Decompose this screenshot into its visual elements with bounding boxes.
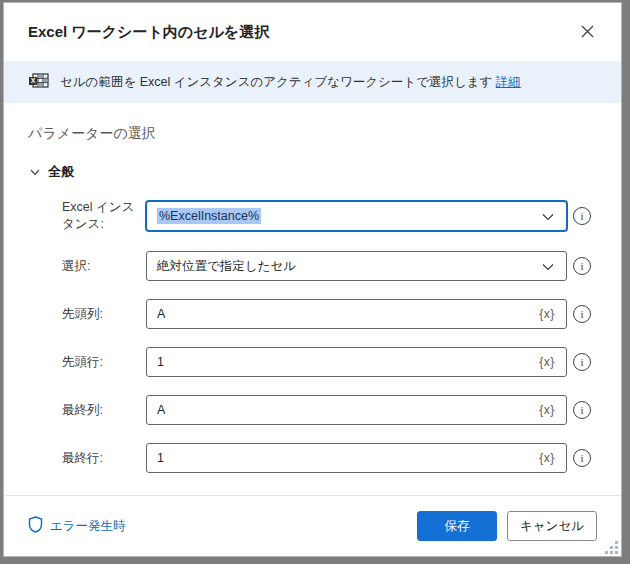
input-value: A <box>157 307 165 321</box>
dialog-footer: エラー発生時 保存 キャンセル <box>4 495 621 556</box>
variable-picker-button[interactable]: {x} <box>530 446 564 470</box>
info-button[interactable]: i <box>567 305 597 323</box>
field-label: Excel インスタンス: <box>62 199 146 233</box>
field-label: 先頭行: <box>62 354 146 371</box>
group-general-label: 全般 <box>48 163 74 181</box>
excel-instance-dropdown[interactable]: %ExcelInstance% <box>146 201 567 231</box>
field-label: 選択: <box>62 258 146 275</box>
info-icon: i <box>573 207 591 225</box>
variable-picker-button[interactable]: {x} <box>530 398 564 422</box>
excel-select-cells-icon: X <box>28 71 50 94</box>
info-button[interactable]: i <box>567 449 597 467</box>
shield-icon <box>28 516 43 536</box>
dropdown-selected-value: %ExcelInstance% <box>157 208 261 224</box>
field-row-excel-instance: Excel インスタンス: %ExcelInstance% i <box>28 199 597 233</box>
field-row-start-column: 先頭列: A {x} i <box>28 299 597 329</box>
section-heading: パラメーターの選択 <box>28 125 597 143</box>
info-icon: i <box>573 449 591 467</box>
dialog-title: Excel ワークシート内のセルを選択 <box>28 23 269 42</box>
parameters-section: パラメーターの選択 全般 Excel インスタンス: %ExcelInstanc… <box>4 103 621 473</box>
cancel-button[interactable]: キャンセル <box>507 511 597 541</box>
resize-grip[interactable] <box>602 538 618 554</box>
info-button[interactable]: i <box>567 257 597 275</box>
close-icon <box>581 24 594 42</box>
save-button[interactable]: 保存 <box>417 511 497 541</box>
selection-mode-dropdown[interactable]: 絶対位置で指定したセル <box>146 251 567 281</box>
field-label: 最終列: <box>62 402 146 419</box>
excel-select-cells-dialog: Excel ワークシート内のセルを選択 X セルの範囲を Exce <box>3 2 622 557</box>
variable-picker-button[interactable]: {x} <box>530 350 564 374</box>
action-description-text: セルの範囲を Excel インスタンスのアクティブなワークシートで選択します 詳… <box>60 74 521 91</box>
group-general-toggle[interactable]: 全般 <box>30 163 597 181</box>
field-label: 最終行: <box>62 450 146 467</box>
info-icon: i <box>573 305 591 323</box>
field-row-end-row: 最終行: 1 {x} i <box>28 443 597 473</box>
description-text: セルの範囲を Excel インスタンスのアクティブなワークシートで選択します <box>60 75 492 89</box>
details-link[interactable]: 詳細 <box>496 75 521 89</box>
start-column-input[interactable]: A {x} <box>146 299 567 329</box>
info-button[interactable]: i <box>567 401 597 419</box>
close-button[interactable] <box>575 21 599 45</box>
svg-text:X: X <box>31 77 36 84</box>
field-row-end-column: 最終列: A {x} i <box>28 395 597 425</box>
chevron-down-icon <box>542 210 554 224</box>
info-button[interactable]: i <box>567 207 597 225</box>
dropdown-selected-value: 絶対位置で指定したセル <box>157 258 296 275</box>
input-value: 1 <box>157 355 164 369</box>
input-value: A <box>157 403 165 417</box>
info-button[interactable]: i <box>567 353 597 371</box>
variable-picker-button[interactable]: {x} <box>530 302 564 326</box>
action-description-banner: X セルの範囲を Excel インスタンスのアクティブなワークシートで選択します… <box>4 61 621 103</box>
info-icon: i <box>573 353 591 371</box>
start-row-input[interactable]: 1 {x} <box>146 347 567 377</box>
chevron-down-icon <box>30 169 40 176</box>
dialog-titlebar: Excel ワークシート内のセルを選択 <box>4 3 621 61</box>
input-value: 1 <box>157 451 164 465</box>
field-row-start-row: 先頭行: 1 {x} i <box>28 347 597 377</box>
info-icon: i <box>573 401 591 419</box>
field-label: 先頭列: <box>62 306 146 323</box>
end-row-input[interactable]: 1 {x} <box>146 443 567 473</box>
info-icon: i <box>573 257 591 275</box>
on-error-link[interactable]: エラー発生時 <box>28 516 126 536</box>
field-row-selection-mode: 選択: 絶対位置で指定したセル i <box>28 251 597 281</box>
on-error-label: エラー発生時 <box>50 518 126 535</box>
chevron-down-icon <box>542 260 554 274</box>
end-column-input[interactable]: A {x} <box>146 395 567 425</box>
